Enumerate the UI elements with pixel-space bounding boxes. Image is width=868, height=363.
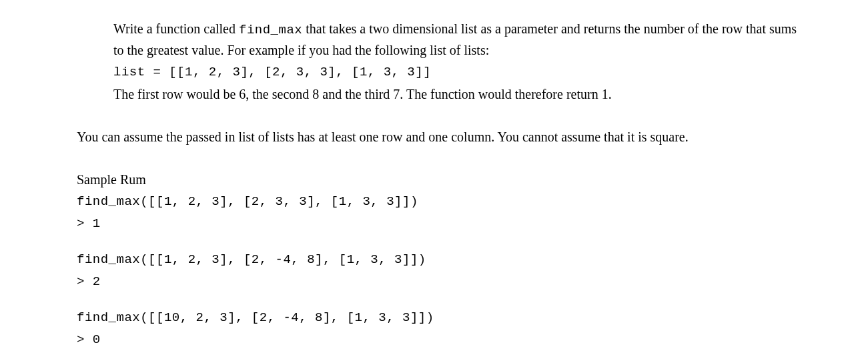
sample-output-2: > 2 — [77, 272, 808, 292]
assumptions-text: You can assume the passed in list of lis… — [77, 127, 808, 147]
sample-heading: Sample Rum — [77, 169, 808, 190]
intro-text-1: Write a function called — [113, 21, 239, 36]
example-list-code: list = [[1, 2, 3], [2, 3, 3], [1, 3, 3]] — [77, 63, 808, 82]
problem-description: Write a function called find_max that ta… — [77, 19, 808, 60]
document-body: Write a function called find_max that ta… — [0, 19, 868, 349]
sample-call-1: find_max([[1, 2, 3], [2, 3, 3], [1, 3, 3… — [77, 192, 808, 212]
sample-call-3: find_max([[10, 2, 3], [2, -4, 8], [1, 3,… — [77, 308, 808, 328]
explanation-text: The first row would be 6, the second 8 a… — [77, 84, 808, 104]
sample-output-3: > 0 — [77, 330, 808, 350]
function-name: find_max — [239, 23, 302, 37]
sample-output-1: > 1 — [77, 214, 808, 234]
sample-call-2: find_max([[1, 2, 3], [2, -4, 8], [1, 3, … — [77, 250, 808, 270]
